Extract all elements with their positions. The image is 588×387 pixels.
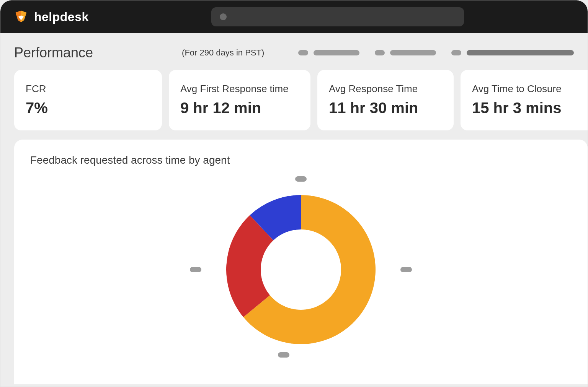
- chart-label-placeholder-left: [190, 267, 201, 272]
- placeholder-bar-icon: [314, 50, 359, 55]
- metric-value: 9 hr 12 min: [180, 99, 299, 117]
- metric-cards-row: FCR 7% Avg First Response time 9 hr 12 m…: [0, 70, 588, 130]
- donut-chart: [30, 170, 572, 369]
- placeholder-dot-icon: [298, 50, 308, 55]
- metric-value: 11 hr 30 min: [329, 99, 442, 117]
- filter-placeholder-1[interactable]: [298, 50, 359, 55]
- chart-title: Feedback requested across time by agent: [30, 154, 572, 166]
- search-indicator-icon: [220, 13, 227, 20]
- metric-label: Avg Response Time: [329, 83, 442, 95]
- metric-label: Avg First Response time: [180, 83, 299, 95]
- chart-panel: Feedback requested across time by agent: [14, 140, 588, 384]
- chart-label-placeholder-top: [295, 176, 307, 182]
- filter-placeholders: [298, 50, 574, 55]
- metric-card-first-response: Avg First Response time 9 hr 12 min: [169, 70, 310, 130]
- chart-label-placeholder-bottom: [278, 352, 289, 358]
- metric-card-fcr: FCR 7%: [14, 70, 162, 130]
- metric-value: 15 hr 3 mins: [472, 99, 587, 117]
- page-title: Performance: [14, 45, 93, 61]
- search-input[interactable]: [211, 7, 464, 26]
- donut-chart-svg: [220, 189, 381, 350]
- topbar: helpdesk: [0, 0, 588, 33]
- section-header: Performance (For 290 days in PST): [0, 33, 588, 70]
- placeholder-bar-icon: [467, 50, 574, 55]
- fox-logo-icon: [14, 9, 28, 24]
- metric-card-response-time: Avg Response Time 11 hr 30 min: [317, 70, 454, 130]
- placeholder-dot-icon: [375, 50, 385, 55]
- metric-label: FCR: [26, 83, 150, 95]
- brand-name: helpdesk: [34, 10, 89, 24]
- placeholder-dot-icon: [451, 50, 461, 55]
- filter-placeholder-2[interactable]: [375, 50, 436, 55]
- date-range-note: (For 290 days in PST): [182, 48, 264, 58]
- metric-card-closure: Avg Time to Closure 15 hr 3 mins: [461, 70, 588, 130]
- placeholder-bar-icon: [390, 50, 436, 55]
- metric-value: 7%: [26, 99, 150, 117]
- filter-placeholder-3[interactable]: [451, 50, 574, 55]
- app-window: helpdesk Performance (For 290 days in PS…: [0, 0, 588, 387]
- chart-label-placeholder-right: [400, 267, 412, 272]
- metric-label: Avg Time to Closure: [472, 83, 587, 95]
- brand: helpdesk: [14, 9, 89, 24]
